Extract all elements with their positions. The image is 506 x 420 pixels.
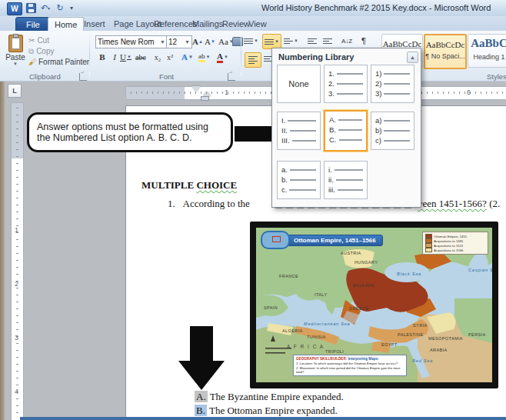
copy-icon: ⧉: [28, 47, 34, 56]
tab-insert[interactable]: Insert: [78, 17, 112, 31]
map-label: MESOPOTAMIA: [428, 336, 463, 341]
undo-icon: ↶: [41, 3, 48, 13]
increase-indent-button[interactable]: [322, 35, 333, 47]
style-chip-heading1[interactable]: AaBbC Heading 1: [468, 34, 506, 68]
multilevel-icon: [284, 37, 293, 45]
subscript-button[interactable]: x₂: [152, 51, 163, 63]
text-effects-button[interactable]: A▼: [181, 51, 193, 63]
scissors-icon: ✂: [28, 36, 35, 45]
numbering-option-abc-paren[interactable]: a) b) c): [371, 112, 414, 150]
question-text-left: 1. According to the: [168, 198, 250, 210]
clipboard-dialog-launcher[interactable]: [79, 73, 87, 81]
align-left-button[interactable]: [245, 52, 261, 68]
font-dialog-launcher[interactable]: [228, 73, 235, 81]
font-name-combo[interactable]: Times New Rom▼: [95, 35, 168, 48]
bullets-button[interactable]: ▼: [244, 35, 258, 47]
style-chip-no-spacing[interactable]: AaBbCcDc ¶ No Spaci...: [424, 34, 467, 69]
format-painter-icon: 🖌: [28, 58, 36, 66]
copy-button[interactable]: ⧉ Copy: [28, 46, 55, 56]
cut-button[interactable]: ✂ Cut: [28, 35, 49, 45]
left-indent-marker[interactable]: [201, 96, 209, 101]
map-title: Ottoman Empire, 1451–1566: [287, 235, 383, 246]
save-button[interactable]: [25, 2, 36, 14]
redo-button[interactable]: ↻: [55, 2, 65, 14]
map-label: Caspian Sea: [468, 268, 492, 272]
map-label: PALESTINE: [398, 332, 423, 337]
map-label: ITALY: [315, 292, 327, 297]
numbering-option-abc-period[interactable]: a. b. c.: [277, 161, 321, 199]
highlight-button[interactable]: ab▼: [198, 51, 210, 63]
numbering-library-dropdown: Numbering Library ▲ None 1. 2. 3. 1) 2) …: [271, 48, 421, 208]
change-case-button[interactable]: Aa▼: [218, 35, 234, 48]
decrease-indent-button[interactable]: [307, 35, 318, 47]
bold-button[interactable]: B: [97, 51, 108, 63]
title-bar: W ↶▾ ↻ ▾ World History Benchmark #2 2015…: [0, 0, 506, 17]
floppy-icon: [26, 3, 36, 13]
group-divider: [241, 33, 241, 76]
tab-file[interactable]: File: [15, 17, 51, 32]
numbering-option-1p2p3p[interactable]: 1) 2) 3): [371, 65, 414, 103]
numbering-option-none[interactable]: None: [277, 65, 321, 103]
shrink-font-button[interactable]: A▼: [205, 35, 215, 48]
map-label: PERSIA: [468, 332, 486, 337]
ribbon-tab-row: File Home Insert Page Layout References …: [0, 16, 506, 31]
heading-multiple-choice: MULTIPLE CHOICE: [141, 179, 237, 192]
status-bar-edge: [20, 417, 506, 420]
ribbon: Paste ▼ ✂ Cut ⧉ Copy 🖌 Format Painter Cl…: [0, 31, 506, 82]
numbering-library-title: Numbering Library: [278, 52, 421, 62]
superscript-button[interactable]: x²: [165, 51, 175, 63]
strikethrough-button[interactable]: abc: [135, 51, 146, 63]
numbering-icon: [265, 38, 274, 46]
answer-a: A. The Byzantine Empire expanded.: [195, 391, 344, 403]
styles-group-label: Styles: [487, 72, 506, 81]
numbering-option-ABC-selected[interactable]: A. B. C.: [324, 110, 368, 152]
show-paragraph-marks-button[interactable]: ¶: [358, 35, 369, 47]
ruler-margin-area: [126, 87, 185, 99]
outdent-icon: [308, 37, 317, 45]
map-image[interactable]: FRANCESPAINITALYAUSTRIAHUNGARYBALKANSGRE…: [250, 222, 498, 388]
scroll-up-button[interactable]: ▲: [407, 52, 418, 63]
map-label: SPAIN: [264, 305, 278, 310]
numbering-button[interactable]: ▼: [262, 34, 281, 49]
undo-button[interactable]: ↶▾: [38, 2, 52, 14]
align-left-icon: [248, 55, 258, 65]
grow-font-button[interactable]: A▲: [192, 35, 203, 48]
tab-view[interactable]: View: [242, 17, 273, 31]
underline-button[interactable]: U▼: [120, 51, 131, 63]
font-color-button[interactable]: A▼: [217, 51, 228, 63]
map-label: A F R I C A: [287, 344, 325, 349]
map-label: Mediterranean Sea: [304, 322, 350, 326]
format-painter-button[interactable]: 🖌 Format Painter: [28, 57, 89, 67]
first-line-indent-marker[interactable]: [192, 86, 200, 92]
qat-customize-button[interactable]: ▾: [68, 2, 75, 14]
globe-locator-icon: [261, 231, 290, 249]
italic-button[interactable]: I: [109, 51, 120, 63]
numbering-option-roman-upper[interactable]: I. II. III.: [277, 112, 321, 150]
multilevel-list-button[interactable]: ▼: [284, 35, 298, 47]
window-title: World History Benchmark #2 2015 Key.docx…: [261, 3, 491, 12]
map-label: SYRIA: [413, 323, 428, 328]
tab-selector[interactable]: L: [8, 84, 22, 98]
font-size-combo[interactable]: 12▼: [166, 35, 192, 48]
map-label: GREECE: [349, 306, 369, 311]
bullets-icon: [244, 37, 253, 45]
map-label: TRIPOLI: [325, 349, 344, 354]
annotation-callout: Answer options must be formatted using t…: [27, 112, 233, 152]
font-group-label: Font: [159, 72, 174, 81]
question-text-right: veen 1451-1566? (2.: [418, 198, 500, 210]
map-legend: Ottoman Empire, 1451 Acquisitions to 148…: [422, 232, 488, 255]
map-label: BALKANS: [353, 283, 375, 288]
paste-dropdown-arrow[interactable]: ▼: [4, 62, 27, 66]
paste-button[interactable]: Paste ▼: [4, 34, 27, 77]
numbering-option-123[interactable]: 1. 2. 3.: [324, 65, 368, 103]
paste-label: Paste: [4, 53, 27, 62]
map-label: ALGERIA: [282, 328, 303, 333]
group-divider: [89, 33, 90, 76]
numbering-option-roman-lower[interactable]: i. ii. iii.: [324, 161, 368, 199]
paste-icon: [8, 35, 23, 52]
answer-b-letter: B.: [195, 405, 207, 416]
geography-skillbuilder-box: GEOGRAPHY SKILLBUILDER: Interpreting Map…: [293, 355, 407, 376]
vertical-ruler[interactable]: 1234: [11, 102, 24, 420]
map-label: HUNGARY: [355, 260, 378, 265]
sort-button[interactable]: A↓Z: [341, 35, 352, 47]
